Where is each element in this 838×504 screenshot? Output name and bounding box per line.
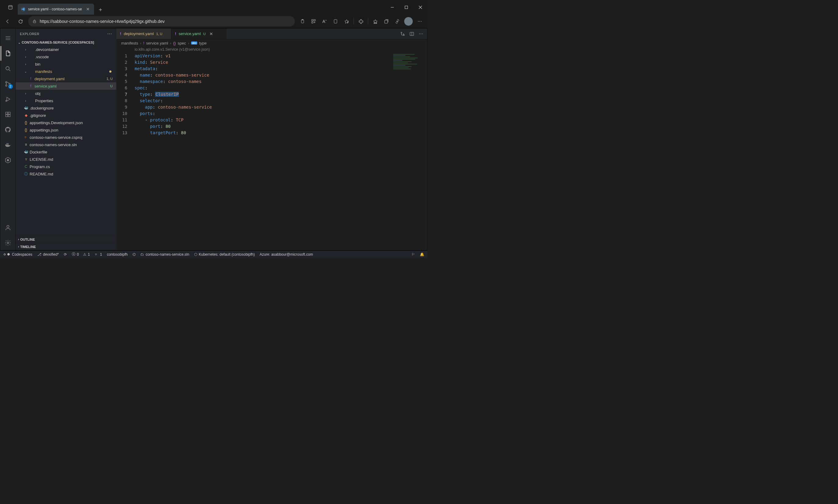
workspace-header[interactable]: ⌄ CONTOSO-NAMES-SERVICE [CODESPACES]	[16, 39, 116, 46]
activity-source-control[interactable]: 2	[1, 76, 15, 91]
folder-properties[interactable]: ›Properties	[16, 97, 116, 104]
activity-github[interactable]	[1, 122, 15, 137]
url-box[interactable]: https://sabbour-contoso-names-service-r4…	[28, 16, 295, 26]
compare-changes-icon[interactable]	[398, 30, 407, 38]
close-tab-icon[interactable]: ✕	[209, 32, 213, 36]
activity-kubernetes[interactable]	[1, 153, 15, 167]
split-editor-icon[interactable]	[407, 30, 416, 38]
svg-rect-35	[7, 143, 8, 144]
yaml-icon: !	[120, 32, 121, 36]
activity-extensions[interactable]	[1, 107, 15, 122]
activity-menu[interactable]	[1, 31, 15, 46]
svg-rect-27	[5, 112, 7, 114]
svg-point-23	[5, 82, 7, 83]
site-lock-icon[interactable]	[32, 19, 37, 23]
profile-avatar[interactable]	[404, 17, 413, 25]
file-dockerfile[interactable]: 🐳Dockerfile	[16, 148, 116, 156]
svg-point-26	[5, 101, 7, 102]
window-minimize[interactable]	[385, 0, 399, 15]
status-azure[interactable]: Azure: asabbour@microsoft.com	[260, 252, 313, 256]
activity-docker[interactable]	[1, 138, 15, 152]
favorite-icon[interactable]: +	[341, 16, 352, 26]
activity-settings[interactable]	[1, 235, 15, 250]
minimap[interactable]	[390, 53, 427, 250]
window-maximize[interactable]	[399, 0, 413, 15]
timeline-section[interactable]: ›TIMELINE	[16, 243, 116, 250]
svg-rect-29	[5, 115, 7, 117]
editor-more-icon[interactable]: ⋯	[417, 30, 425, 38]
explorer-title: EXPLORER	[20, 32, 39, 36]
svg-rect-10	[314, 19, 315, 21]
status-flame[interactable]: ⌬	[133, 252, 136, 256]
collections-icon[interactable]	[381, 16, 391, 26]
read-aloud-icon[interactable]	[330, 16, 341, 26]
status-kubernetes[interactable]: ⬡Kubernetes: default (contosobipfh)	[194, 252, 255, 256]
activity-search[interactable]	[1, 61, 15, 76]
yaml-icon: !	[175, 32, 176, 36]
file-contoso-names-service-csproj[interactable]: ᯤcontoso-names-service.csproj	[16, 133, 116, 141]
file-service-yaml[interactable]: !service.yamlU	[16, 83, 116, 90]
file--dockerignore[interactable]: 🐳.dockerignore	[16, 104, 116, 112]
status-feedback[interactable]: ⚐	[412, 252, 415, 256]
file--gitignore[interactable]: ◆.gitignore	[16, 112, 116, 119]
folder-bin[interactable]: ›bin	[16, 60, 116, 68]
browser-back-button[interactable]	[2, 16, 13, 26]
svg-point-37	[7, 159, 9, 161]
file-appsettings-development-json[interactable]: {}appsettings.Development.json	[16, 119, 116, 126]
file-deployment-yaml[interactable]: !deployment.yaml1, U	[16, 75, 116, 83]
code-lines[interactable]: apiVersion: v1kind: Servicemetadata: nam…	[132, 53, 427, 250]
browser-titlebar: service.yaml - contoso-names-se ✕ ＋	[0, 0, 427, 15]
file-contoso-names-service-sln[interactable]: ≡contoso-names-service.sln	[16, 141, 116, 148]
file-program-cs[interactable]: CProgram.cs	[16, 163, 116, 170]
status-codespaces[interactable]: ⭘⭓Codespaces	[3, 252, 32, 256]
svg-rect-11	[312, 22, 313, 23]
favorites-bar-icon[interactable]	[370, 16, 380, 26]
svg-rect-28	[8, 112, 10, 114]
file-appsettings-json[interactable]: {}appsettings.json	[16, 126, 116, 133]
svg-rect-16	[384, 20, 387, 23]
status-bar: ⭘⭓Codespaces ⎇devxified* ⟳ ⓧ0 ⚠1 ᯤ1 cont…	[0, 251, 427, 258]
browser-sync-icon[interactable]	[392, 16, 402, 26]
status-bell[interactable]: 🔔	[420, 252, 424, 256]
browser-tab-title: service.yaml - contoso-names-se	[28, 7, 83, 11]
browser-tab-close[interactable]: ✕	[85, 6, 91, 12]
editor-tab-deployment-yaml[interactable]: !deployment.yaml1, U	[116, 29, 171, 39]
svg-text:+: +	[347, 21, 348, 23]
outline-section[interactable]: ›OUTLINE	[16, 235, 116, 243]
editor-tab-service-yaml[interactable]: !service.yamlU✕	[171, 29, 226, 39]
workspace-name: CONTOSO-NAMES-SERVICE [CODESPACES]	[22, 40, 94, 44]
status-branch[interactable]: ⎇devxified*	[37, 252, 59, 256]
activity-account[interactable]	[1, 220, 15, 235]
file-readme-md[interactable]: ⓘREADME.md	[16, 170, 116, 178]
url-text: https://sabbour-contoso-names-service-r4…	[40, 19, 164, 24]
new-tab-button[interactable]: ＋	[95, 4, 106, 15]
folder-manifests[interactable]: ⌄manifests	[16, 68, 116, 75]
svg-line-22	[8, 70, 10, 71]
tab-overview-button[interactable]	[4, 1, 16, 13]
status-ports[interactable]: ᯤ1	[94, 252, 102, 256]
status-context[interactable]: contosobipfh	[107, 252, 128, 256]
file-license-md[interactable]: ⍒LICENSE.md	[16, 156, 116, 163]
browser-menu-icon[interactable]: ⋯	[415, 16, 425, 26]
status-problems[interactable]: ⓧ0 ⚠1	[72, 252, 90, 257]
browser-refresh-button[interactable]	[15, 16, 25, 26]
code-editor[interactable]: 12345678910111213 apiVersion: v1kind: Se…	[116, 53, 427, 250]
scm-badge: 2	[8, 84, 13, 89]
status-solution[interactable]: 🗀contoso-names-service.sln	[140, 252, 189, 256]
apps-icon[interactable]	[308, 16, 319, 26]
clipboard-icon[interactable]	[297, 16, 308, 26]
browser-tab[interactable]: service.yaml - contoso-names-se ✕	[18, 4, 94, 15]
editor-tabs: !deployment.yaml1, U!service.yamlU✕ ⋯	[116, 29, 427, 39]
svg-point-21	[6, 67, 9, 70]
window-close[interactable]	[413, 0, 427, 15]
text-size-icon[interactable]: A»	[319, 16, 330, 26]
activity-explorer[interactable]	[1, 46, 15, 61]
folder-obj[interactable]: ›obj	[16, 90, 116, 97]
folder--devcontainer[interactable]: ›.devcontainer	[16, 46, 116, 53]
activity-run-debug[interactable]	[1, 92, 15, 107]
status-sync[interactable]: ⟳	[64, 252, 67, 256]
explorer-more-icon[interactable]: ⋯	[107, 31, 112, 37]
folder--vscode[interactable]: ›.vscode	[16, 53, 116, 60]
extensions-icon[interactable]	[356, 16, 366, 26]
breadcrumb[interactable]: manifests › !service.yaml › {}spec › abc…	[116, 39, 427, 47]
